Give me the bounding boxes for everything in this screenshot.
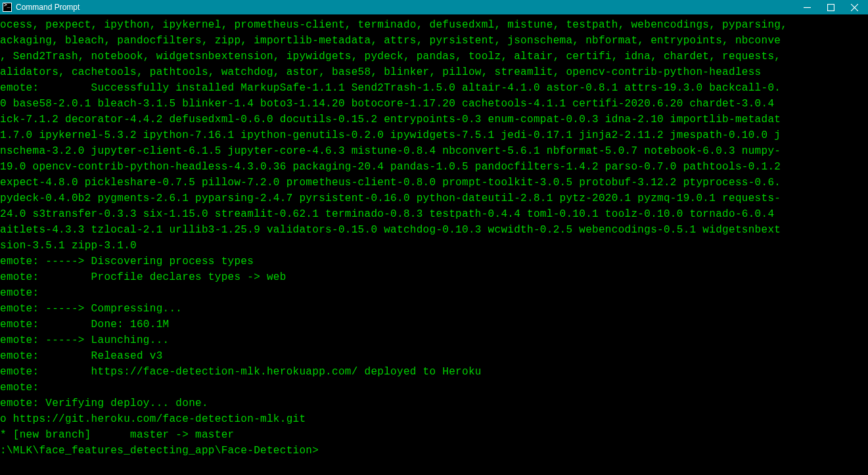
terminal-output[interactable]: ocess, pexpect, ipython, ipykernel, prom… (0, 14, 868, 459)
cmd-icon (3, 3, 12, 12)
terminal-line: ick-7.1.2 decorator-4.4.2 defusedxml-0.6… (0, 112, 868, 127)
terminal-line: * [new branch] master -> master (0, 427, 868, 443)
terminal-line: 24.0 s3transfer-0.3.3 six-1.15.0 streaml… (0, 206, 868, 222)
terminal-line: 1.7.0 ipykernel-5.3.2 ipython-7.16.1 ipy… (0, 127, 868, 143)
terminal-line: emote: -----> Compressing... (0, 301, 868, 317)
terminal-line: emote: https://face-detection-mlk.heroku… (0, 364, 868, 380)
window-title: Command Prompt (16, 3, 80, 12)
terminal-line: 19.0 opencv-contrib-python-headless-4.3.… (0, 159, 868, 175)
terminal-line: pydeck-0.4.0b2 pygments-2.6.1 pyparsing-… (0, 191, 868, 206)
minimize-button[interactable] (801, 1, 813, 13)
terminal-line: emote: (0, 380, 868, 396)
terminal-line: emote: Successfully installed MarkupSafe… (0, 80, 868, 96)
terminal-line: emote: Procfile declares types -> web (0, 269, 868, 285)
terminal-line: emote: -----> Launching... (0, 332, 868, 348)
terminal-line: emote: (0, 285, 868, 301)
terminal-line: :\MLK\face_features_detecting_app\Face-D… (0, 443, 868, 459)
maximize-button[interactable] (825, 1, 836, 13)
terminal-line: alidators, cachetools, pathtools, watchd… (0, 64, 868, 80)
terminal-line: emote: -----> Discovering process types (0, 254, 868, 269)
terminal-line: ackaging, bleach, pandocfilters, zipp, i… (0, 33, 868, 49)
terminal-line: nschema-3.2.0 jupyter-client-6.1.5 jupyt… (0, 143, 868, 159)
terminal-line: emote: Done: 160.1M (0, 317, 868, 332)
terminal-line: emote: Released v3 (0, 348, 868, 364)
terminal-line: , Send2Trash, notebook, widgetsnbextensi… (0, 49, 868, 64)
titlebar-left: Command Prompt (3, 3, 80, 12)
terminal-line: ocess, pexpect, ipython, ipykernel, prom… (0, 17, 868, 33)
svg-rect-1 (827, 4, 834, 11)
terminal-line: expect-4.8.0 pickleshare-0.7.5 pillow-7.… (0, 175, 868, 191)
window-titlebar: Command Prompt (0, 0, 868, 14)
close-button[interactable] (848, 1, 860, 13)
terminal-line: 0 base58-2.0.1 bleach-3.1.5 blinker-1.4 … (0, 96, 868, 112)
window-controls (801, 1, 867, 13)
terminal-line: emote: Verifying deploy... done. (0, 396, 868, 411)
terminal-line: sion-3.5.1 zipp-3.1.0 (0, 238, 868, 254)
terminal-line: o https://git.heroku.com/face-detection-… (0, 411, 868, 427)
terminal-line: aitlets-4.3.3 tzlocal-2.1 urllib3-1.25.9… (0, 222, 868, 238)
